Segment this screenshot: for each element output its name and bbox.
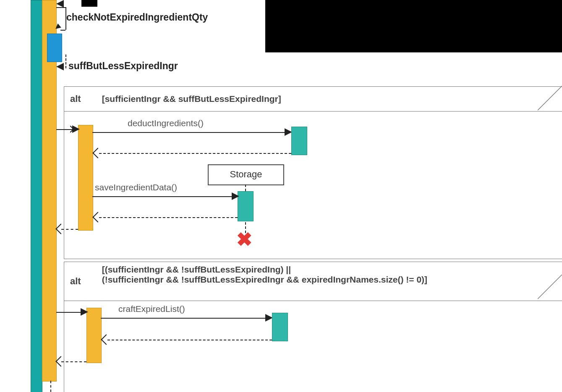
- self-call-v1: [65, 7, 66, 30]
- msg-save-data: saveIngredientData(): [95, 182, 177, 192]
- activation-deduct: [291, 127, 307, 155]
- arrowhead-top-1: [56, 0, 64, 8]
- deduct-line: [92, 132, 290, 133]
- activation-alt1-left: [78, 125, 93, 231]
- activation-alt2-left: [86, 308, 102, 363]
- save-arrow: [232, 192, 239, 200]
- self-call-h1: [56, 7, 65, 8]
- alt2-guard1: [(sufficientIngr && !suffButLessExpiredI…: [102, 265, 427, 275]
- msg-check-not-expired: checkNotExpiredIngredientQty: [66, 12, 208, 23]
- save-return-line: [99, 217, 238, 218]
- save-line: [92, 196, 238, 197]
- alt1-corner-fold: [538, 86, 562, 111]
- alt2-corner-fold: [538, 275, 562, 300]
- alt2-guard-wrap: [(sufficientIngr && !suffButLessExpiredI…: [102, 265, 427, 285]
- black-box-2: [265, 0, 562, 52]
- destroy-icon: ✖: [236, 230, 253, 249]
- craft-line: [101, 318, 271, 319]
- alt-frame-2: alt [(sufficientIngr && !suffButLessExpi…: [64, 262, 562, 392]
- craft-return-line: [107, 340, 272, 340]
- activation-craft: [272, 313, 288, 341]
- alt1-guard: [sufficientIngr && suffButLessExpiredIng…: [102, 94, 281, 104]
- alt2-tag: alt: [70, 276, 81, 287]
- arrowhead-suff-return: [56, 63, 64, 70]
- alt2-enter-arrow: [81, 308, 88, 316]
- self-call-h2: [60, 30, 65, 31]
- activation-blue: [47, 34, 62, 62]
- participant-storage: Storage: [208, 164, 284, 185]
- msg-deduct: deductIngredients(): [128, 118, 204, 128]
- alt2-guard2: (!sufficientIngr && !suffButLessExpiredI…: [102, 275, 427, 285]
- lifeline-bar-leftmost: [31, 0, 42, 392]
- activation-storage: [238, 191, 254, 221]
- suff-return-vert: [65, 55, 66, 68]
- msg-craft-expired: craftExpiredList(): [118, 304, 185, 314]
- black-box-1: [81, 0, 97, 7]
- msg-suff-but-less: suffButLessExpiredIngr: [68, 60, 178, 72]
- alt-frame-1: alt [sufficientIngr && suffButLessExpire…: [64, 86, 562, 259]
- main-lifeline-tail: [50, 381, 51, 392]
- alt1-tag: alt: [70, 93, 81, 104]
- deduct-return-line: [99, 153, 291, 154]
